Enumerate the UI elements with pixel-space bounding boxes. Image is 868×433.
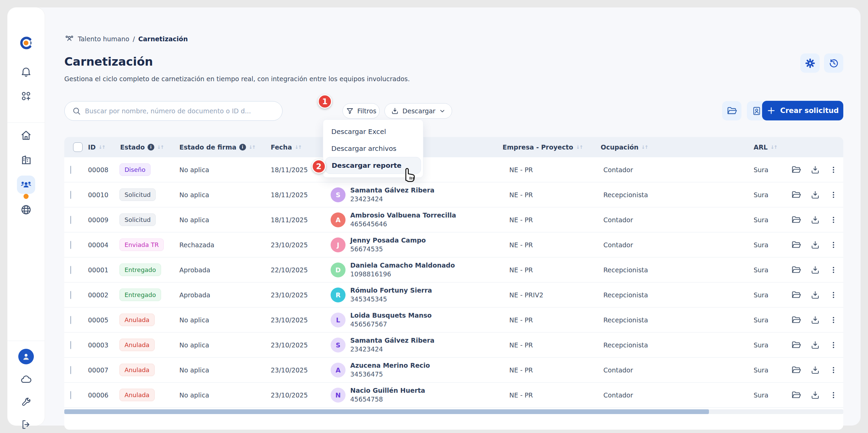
sidebar-item-home[interactable] bbox=[20, 129, 32, 141]
row-checkbox[interactable] bbox=[70, 266, 71, 274]
horizontal-scrollbar-track[interactable] bbox=[64, 409, 843, 414]
info-icon[interactable]: i bbox=[148, 144, 154, 151]
cell-arl: Sura bbox=[750, 266, 789, 274]
sort-icon[interactable]: ↓↑ bbox=[295, 144, 301, 150]
column-header-estado[interactable]: Estadoi↓↑ bbox=[117, 143, 177, 151]
table-row[interactable]: 00002 Entregado Aprobada 23/10/2025 R Ró… bbox=[64, 282, 843, 307]
select-all-checkbox[interactable] bbox=[73, 142, 83, 152]
row-more-options-button[interactable] bbox=[829, 165, 838, 174]
row-folder-button[interactable] bbox=[791, 265, 801, 275]
apps-menu-button[interactable] bbox=[20, 90, 32, 102]
row-checkbox[interactable] bbox=[70, 341, 71, 349]
row-checkbox[interactable] bbox=[70, 166, 71, 174]
row-checkbox[interactable] bbox=[70, 391, 71, 399]
horizontal-scrollbar-thumb[interactable] bbox=[64, 409, 709, 414]
row-more-options-button[interactable] bbox=[829, 391, 838, 400]
column-header-estado-firma[interactable]: Estado de firmai↓↑ bbox=[177, 143, 268, 151]
row-download-button[interactable] bbox=[810, 340, 820, 350]
row-download-button[interactable] bbox=[810, 165, 820, 175]
row-folder-button[interactable] bbox=[791, 390, 801, 400]
row-more-options-button[interactable] bbox=[829, 341, 838, 349]
table-row[interactable]: 00009 Solicitud No aplica 18/11/2025 A A… bbox=[64, 207, 843, 232]
person-icon bbox=[21, 351, 31, 362]
sidebar-divider-bottom bbox=[7, 341, 45, 341]
sort-icon[interactable]: ↓↑ bbox=[770, 144, 777, 150]
user-profile-button[interactable] bbox=[18, 349, 34, 364]
table-row[interactable]: 00008 Diseño No aplica 18/11/2025 3 455 … bbox=[64, 157, 843, 182]
row-download-button[interactable] bbox=[810, 315, 820, 325]
row-checkbox[interactable] bbox=[70, 316, 71, 324]
sidebar-item-cloud[interactable] bbox=[20, 373, 32, 386]
row-download-button[interactable] bbox=[810, 215, 820, 225]
sidebar-item-globe[interactable] bbox=[20, 204, 32, 216]
row-checkbox[interactable] bbox=[70, 191, 71, 199]
menu-item-descargar-excel[interactable]: Descargar Excel bbox=[323, 123, 423, 140]
row-more-options-button[interactable] bbox=[829, 266, 838, 274]
row-folder-button[interactable] bbox=[791, 240, 801, 250]
folder-view-button[interactable] bbox=[722, 101, 741, 120]
sort-icon[interactable]: ↓↑ bbox=[157, 144, 163, 150]
row-more-options-button[interactable] bbox=[829, 241, 838, 249]
sidebar-item-tools[interactable] bbox=[20, 397, 32, 409]
row-checkbox[interactable] bbox=[70, 291, 71, 299]
row-folder-button[interactable] bbox=[791, 215, 801, 225]
sidebar-item-company[interactable] bbox=[20, 154, 32, 166]
row-actions bbox=[789, 240, 843, 250]
history-button[interactable] bbox=[824, 53, 843, 73]
row-checkbox[interactable] bbox=[70, 241, 71, 249]
search-input[interactable] bbox=[85, 107, 275, 115]
breadcrumb-section[interactable]: Talento humano bbox=[78, 35, 129, 43]
row-folder-button[interactable] bbox=[791, 190, 801, 200]
row-folder-button[interactable] bbox=[791, 365, 801, 375]
sort-icon[interactable]: ↓↑ bbox=[576, 144, 582, 150]
column-header-fecha[interactable]: Fecha↓↑ bbox=[268, 143, 331, 151]
notifications-button[interactable] bbox=[20, 66, 32, 78]
table-row[interactable]: 00007 Anulada No aplica 23/10/2025 A Azu… bbox=[64, 358, 843, 383]
row-download-button[interactable] bbox=[810, 290, 820, 300]
cell-fecha: 18/11/2025 bbox=[268, 216, 331, 224]
table-row[interactable]: 00005 Anulada No aplica 23/10/2025 L Loi… bbox=[64, 307, 843, 333]
row-folder-button[interactable] bbox=[791, 340, 801, 350]
row-more-options-button[interactable] bbox=[829, 291, 838, 299]
row-download-button[interactable] bbox=[810, 365, 820, 375]
logout-button[interactable] bbox=[20, 419, 32, 430]
sort-icon[interactable]: ↓↑ bbox=[98, 144, 105, 150]
row-actions bbox=[789, 390, 843, 400]
row-more-options-button[interactable] bbox=[829, 366, 838, 374]
table-row[interactable]: 00004 Enviada TR Rechazada 23/10/2025 J … bbox=[64, 232, 843, 257]
table-row[interactable]: 00003 Anulada No aplica 23/10/2025 S Sam… bbox=[64, 333, 843, 358]
row-checkbox[interactable] bbox=[70, 216, 71, 224]
row-actions bbox=[789, 265, 843, 275]
row-download-button[interactable] bbox=[810, 240, 820, 250]
sort-icon[interactable]: ↓↑ bbox=[641, 144, 648, 150]
breadcrumb-current[interactable]: Carnetización bbox=[138, 35, 188, 43]
create-request-button[interactable]: Crear solicitud bbox=[762, 101, 843, 120]
row-download-button[interactable] bbox=[810, 390, 820, 400]
row-more-options-button[interactable] bbox=[829, 215, 838, 224]
settings-button[interactable] bbox=[800, 53, 820, 73]
sidebar-item-talento-humano[interactable] bbox=[17, 176, 35, 194]
row-folder-button[interactable] bbox=[791, 165, 801, 175]
row-folder-button[interactable] bbox=[791, 290, 801, 300]
table-row[interactable]: 00010 Solicitud No aplica 18/11/2025 S S… bbox=[64, 182, 843, 207]
row-more-options-button[interactable] bbox=[829, 190, 838, 199]
column-header-empresa[interactable]: Empresa - Proyecto↓↑ bbox=[500, 143, 598, 151]
column-header-arl[interactable]: ARL↓↑ bbox=[750, 143, 789, 151]
breadcrumb-separator: / bbox=[133, 35, 135, 43]
column-header-id[interactable]: ID↓↑ bbox=[85, 143, 117, 151]
row-download-button[interactable] bbox=[810, 265, 820, 275]
filters-button[interactable]: Filtros bbox=[342, 103, 380, 119]
app-logo[interactable] bbox=[19, 36, 33, 50]
column-header-ocupacion[interactable]: Ocupación↓↑ bbox=[598, 143, 727, 151]
info-icon[interactable]: i bbox=[239, 144, 246, 151]
download-button[interactable]: Descargar bbox=[384, 103, 452, 119]
table-row[interactable]: 00006 Anulada No aplica 23/10/2025 N Nac… bbox=[64, 383, 843, 408]
row-more-options-button[interactable] bbox=[829, 316, 838, 324]
table-row[interactable]: 00001 Entregado Aprobada 22/10/2025 D Da… bbox=[64, 257, 843, 282]
download-icon bbox=[810, 215, 820, 225]
menu-item-descargar-archivos[interactable]: Descargar archivos bbox=[323, 140, 423, 157]
row-folder-button[interactable] bbox=[791, 315, 801, 325]
sort-icon[interactable]: ↓↑ bbox=[249, 144, 255, 150]
row-download-button[interactable] bbox=[810, 190, 820, 200]
row-checkbox[interactable] bbox=[70, 366, 71, 374]
